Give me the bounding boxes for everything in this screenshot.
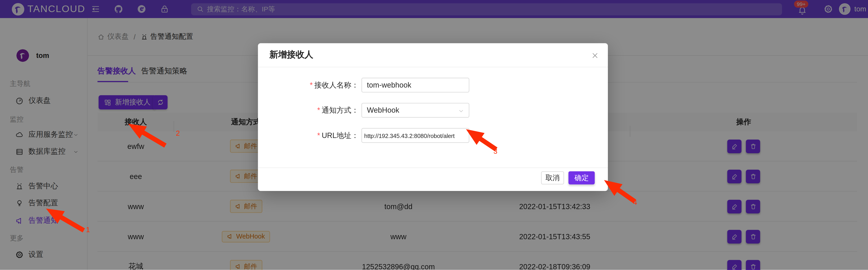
required-asterisk: * xyxy=(317,106,320,114)
form-row-url: *URL地址： xyxy=(258,128,469,143)
receiver-name-input[interactable] xyxy=(367,81,464,89)
field-label: URL地址 xyxy=(322,131,351,139)
app-root: TANCLOUD 99+ xyxy=(0,0,868,270)
modal-footer: 取消 确定 xyxy=(258,167,608,191)
modal-title: 新增接收人 xyxy=(270,49,313,61)
chevron-down-icon xyxy=(458,108,464,114)
url-input[interactable] xyxy=(364,132,467,139)
required-asterisk: * xyxy=(317,131,320,139)
notice-method-select[interactable] xyxy=(362,103,469,118)
notice-method-value[interactable] xyxy=(367,106,464,114)
add-receiver-modal: 新增接收人 *接收人名称： *通知方式： *URL地址： xyxy=(258,43,608,191)
field-label: 通知方式 xyxy=(322,106,351,114)
url-field[interactable] xyxy=(362,128,469,143)
form-row-notice-method: *通知方式： xyxy=(258,103,469,118)
field-label: 接收人名称 xyxy=(314,81,351,89)
ok-button[interactable]: 确定 xyxy=(568,171,595,184)
modal-header: 新增接收人 xyxy=(258,43,608,67)
close-icon[interactable] xyxy=(590,51,599,60)
form-row-receiver-name: *接收人名称： xyxy=(258,78,469,93)
required-asterisk: * xyxy=(310,81,313,89)
receiver-name-field[interactable] xyxy=(362,78,469,93)
cancel-button[interactable]: 取消 xyxy=(541,171,564,184)
